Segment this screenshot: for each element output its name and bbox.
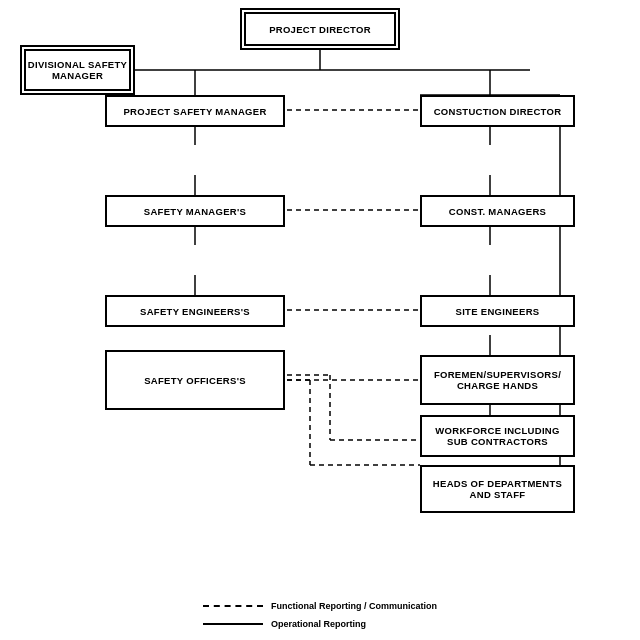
- project-director-box: PROJECT DIRECTOR: [240, 8, 400, 50]
- project-safety-manager-box: PROJECT SAFETY MANAGER: [105, 95, 285, 127]
- solid-line-icon: [203, 623, 263, 625]
- legend-solid-row: Operational Reporting: [203, 619, 366, 629]
- safety-officers-box: SAFETY OFFICERS'S: [105, 350, 285, 410]
- org-chart: PROJECT DIRECTOR DIVISIONAL SAFETY MANAG…: [0, 0, 640, 580]
- legend: Functional Reporting / Communication Ope…: [0, 601, 640, 632]
- legend-dashed-row: Functional Reporting / Communication: [203, 601, 437, 611]
- heads-box: HEADS OF DEPARTMENTS AND STAFF: [420, 465, 575, 513]
- safety-managers-box: SAFETY MANAGER'S: [105, 195, 285, 227]
- solid-legend-label: Operational Reporting: [271, 619, 366, 629]
- dashed-legend-label: Functional Reporting / Communication: [271, 601, 437, 611]
- safety-engineers-box: SAFETY ENGINEERS'S: [105, 295, 285, 327]
- dashed-line-icon: [203, 605, 263, 607]
- site-engineers-box: SITE ENGINEERS: [420, 295, 575, 327]
- divisional-safety-manager-box: DIVISIONAL SAFETY MANAGER: [20, 45, 135, 95]
- const-managers-box: CONST. MANAGERS: [420, 195, 575, 227]
- workforce-box: WORKFORCE INCLUDING SUB CONTRACTORS: [420, 415, 575, 457]
- construction-director-box: CONSTUCTION DIRECTOR: [420, 95, 575, 127]
- foremen-box: FOREMEN/SUPERVISORS/ CHARGE HANDS: [420, 355, 575, 405]
